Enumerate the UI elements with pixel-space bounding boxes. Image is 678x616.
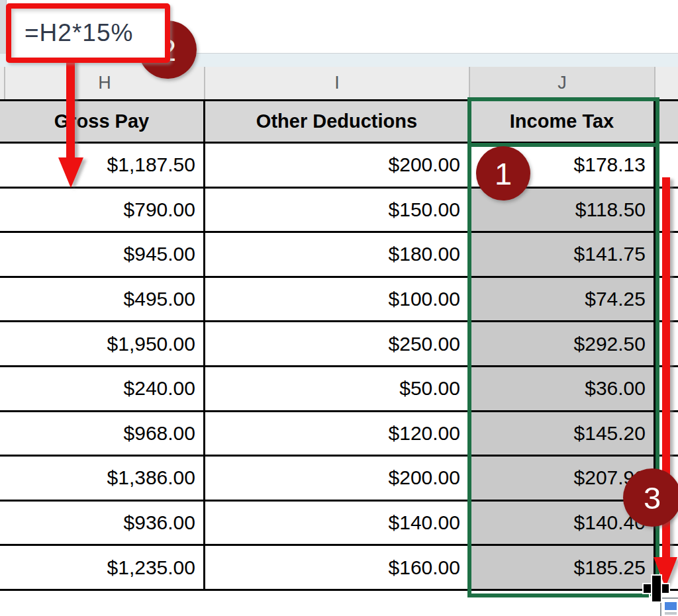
cell-H3[interactable]: $790.00 — [0, 189, 205, 234]
cell-H6[interactable]: $1,950.00 — [0, 322, 205, 367]
column-letter: I — [334, 73, 340, 93]
cell-K2[interactable] — [655, 144, 678, 189]
cell-J6[interactable]: $292.50 — [470, 322, 655, 367]
cell-K8[interactable] — [655, 412, 678, 457]
autofill-options-button[interactable] — [660, 597, 678, 616]
cell-J11[interactable]: $185.25 — [470, 546, 655, 591]
cell-I11[interactable]: $160.00 — [205, 546, 470, 591]
callout-badge-3: 3 — [623, 468, 678, 527]
cell-I3[interactable]: $150.00 — [205, 189, 470, 234]
cell-I8[interactable]: $120.00 — [205, 412, 470, 457]
cell-I10[interactable]: $140.00 — [205, 502, 470, 547]
cell-J7[interactable]: $36.00 — [470, 367, 655, 412]
cell-K7[interactable] — [655, 367, 678, 412]
cell-K11[interactable] — [655, 546, 678, 591]
autofill-icon — [665, 602, 677, 610]
cell-I5[interactable]: $100.00 — [205, 278, 470, 323]
autofill-icon-bar — [665, 612, 677, 615]
header-cell-income-tax[interactable]: Income Tax — [470, 101, 655, 144]
formula-highlight-box: =H2*15% — [6, 3, 170, 63]
column-letter: J — [557, 73, 567, 93]
cell-H7[interactable]: $240.00 — [0, 367, 205, 412]
cell-K6[interactable] — [655, 322, 678, 367]
cell-H10[interactable]: $936.00 — [0, 502, 205, 547]
cell-I4[interactable]: $180.00 — [205, 233, 470, 278]
cell-J5[interactable]: $74.25 — [470, 278, 655, 323]
column-header-i[interactable]: I — [205, 67, 470, 99]
cell-I9[interactable]: $200.00 — [205, 457, 470, 502]
column-letter: H — [98, 73, 111, 93]
column-header-j[interactable]: J — [470, 67, 655, 99]
header-cell-other-deductions[interactable]: Other Deductions — [205, 101, 470, 144]
spreadsheet-table: Gross Pay Other Deductions Income Tax $1… — [0, 99, 678, 591]
column-header-sliver — [0, 67, 5, 99]
callout-number: 1 — [495, 155, 512, 192]
cell-I2[interactable]: $200.00 — [205, 144, 470, 189]
cell-K5[interactable] — [655, 278, 678, 323]
callout-badge-1: 1 — [476, 146, 530, 200]
cell-I7[interactable]: $50.00 — [205, 367, 470, 412]
callout-number: 3 — [644, 480, 661, 516]
column-header-k[interactable] — [655, 67, 677, 99]
cell-H9[interactable]: $1,386.00 — [0, 457, 205, 502]
cell-K4[interactable] — [655, 233, 678, 278]
column-letter-row: H I J — [0, 67, 678, 99]
cell-H11[interactable]: $1,235.00 — [0, 546, 205, 591]
cell-K3[interactable] — [655, 189, 678, 234]
excel-screenshot: H I J Gross Pay Other Deductions Income … — [0, 0, 678, 616]
cell-I6[interactable]: $250.00 — [205, 322, 470, 367]
cell-H8[interactable]: $968.00 — [0, 412, 205, 457]
cell-H2[interactable]: $1,187.50 — [0, 144, 205, 189]
cell-J4[interactable]: $141.75 — [470, 233, 655, 278]
header-cell-cropped — [655, 101, 678, 144]
header-cell-gross-pay[interactable]: Gross Pay — [0, 101, 205, 144]
cell-H4[interactable]: $945.00 — [0, 233, 205, 278]
cell-H5[interactable]: $495.00 — [0, 278, 205, 323]
cell-J8[interactable]: $145.20 — [470, 412, 655, 457]
formula-input[interactable]: =H2*15% — [11, 19, 133, 47]
